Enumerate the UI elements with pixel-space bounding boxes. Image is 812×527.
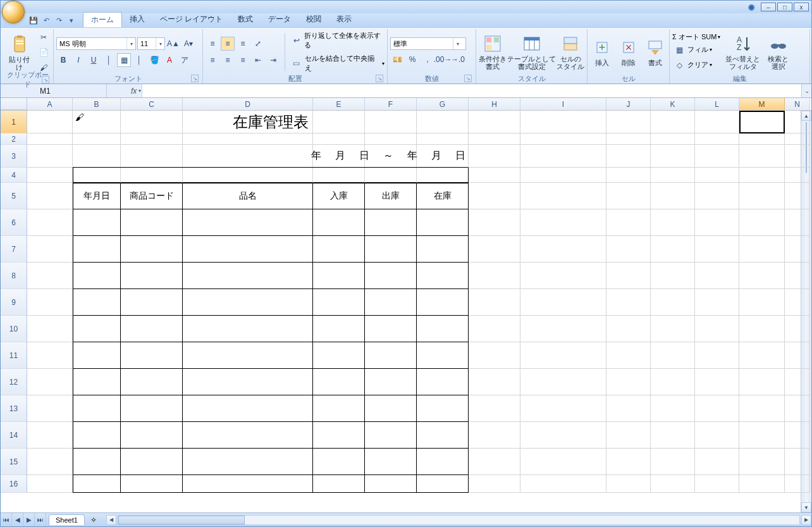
expand-formula-bar-button[interactable]: ⌄ [801, 84, 811, 97]
table-cell[interactable] [365, 209, 417, 236]
table-cell[interactable] [417, 289, 469, 316]
table-cell[interactable] [365, 263, 417, 289]
increase-indent-button[interactable]: ⇥ [266, 53, 280, 67]
cell[interactable] [520, 236, 606, 263]
spacer-cell[interactable] [183, 168, 313, 183]
cell[interactable] [785, 209, 810, 236]
spacer-cell[interactable] [73, 168, 121, 183]
row-header[interactable]: 6 [1, 209, 27, 236]
grow-font-button[interactable]: A▲ [166, 37, 180, 51]
cell[interactable] [27, 289, 73, 316]
align-middle-button[interactable]: ≡ [221, 37, 235, 51]
cell[interactable] [785, 133, 810, 145]
row-header[interactable]: 5 [1, 183, 27, 209]
table-header-cell[interactable]: 品名 [183, 183, 313, 209]
table-cell[interactable] [313, 289, 365, 316]
col-header[interactable]: E [313, 98, 365, 110]
cell[interactable] [606, 145, 651, 168]
new-sheet-button[interactable]: ✧ [87, 515, 100, 525]
col-header[interactable]: K [651, 98, 695, 110]
align-right-button[interactable]: ≡ [236, 53, 250, 67]
cell[interactable] [520, 475, 606, 493]
cell[interactable] [606, 449, 651, 475]
col-header[interactable]: F [365, 98, 417, 110]
align-top-button[interactable]: ≡ [206, 37, 219, 51]
scroll-down-button[interactable]: ▼ [801, 502, 811, 512]
cell[interactable] [695, 133, 739, 145]
cell[interactable] [785, 168, 810, 183]
cell[interactable] [606, 168, 651, 183]
table-cell[interactable] [365, 342, 417, 369]
table-cell[interactable] [183, 449, 313, 475]
table-cell[interactable] [121, 236, 183, 263]
font-color-button[interactable]: A [163, 53, 176, 67]
cell[interactable] [520, 145, 606, 168]
cell[interactable] [739, 133, 785, 145]
table-cell[interactable] [365, 316, 417, 342]
table-cell[interactable] [313, 422, 365, 449]
cell[interactable] [417, 133, 469, 145]
table-cell[interactable] [417, 395, 469, 422]
cell[interactable] [520, 263, 606, 289]
col-header[interactable]: I [520, 98, 606, 110]
comma-button[interactable]: , [421, 53, 434, 66]
table-cell[interactable] [417, 209, 469, 236]
bold-button[interactable]: B [56, 53, 70, 67]
cell[interactable] [785, 289, 810, 316]
table-cell[interactable] [313, 316, 365, 342]
cell[interactable] [469, 183, 520, 209]
cell[interactable] [695, 342, 739, 369]
col-header[interactable]: B [73, 98, 121, 110]
formula-input[interactable] [142, 84, 801, 97]
table-cell[interactable] [73, 209, 121, 236]
dialog-launcher-icon[interactable]: ↘ [191, 75, 199, 82]
dialog-launcher-icon[interactable]: ↘ [42, 76, 49, 84]
table-cell[interactable] [121, 449, 183, 475]
table-cell[interactable] [417, 422, 469, 449]
table-cell[interactable] [73, 316, 121, 342]
cell[interactable] [520, 289, 606, 316]
table-cell[interactable] [73, 422, 121, 449]
cell[interactable] [739, 183, 785, 209]
table-cell[interactable] [121, 263, 183, 289]
orientation-button[interactable]: ⤢ [251, 37, 265, 51]
cell[interactable] [520, 316, 606, 342]
col-header[interactable]: N [785, 98, 810, 110]
table-header-cell[interactable]: 出庫 [365, 183, 417, 209]
conditional-format-button[interactable]: 条件付き 書式 [479, 32, 507, 71]
cell[interactable] [739, 209, 785, 236]
cell[interactable] [785, 342, 810, 369]
cell[interactable] [695, 111, 739, 133]
cell[interactable] [520, 209, 606, 236]
cell[interactable] [739, 289, 785, 316]
scroll-left-button[interactable]: ◀ [106, 515, 116, 525]
qat-redo-icon[interactable]: ↷ [54, 15, 64, 25]
cell[interactable] [785, 395, 810, 422]
insert-cells-button[interactable]: + 挿入 [590, 36, 614, 68]
sheet-title[interactable]: 在庫管理表 [73, 111, 469, 133]
cell[interactable] [469, 145, 520, 168]
cell[interactable] [695, 449, 739, 475]
table-cell[interactable] [313, 236, 365, 263]
row-header[interactable]: 2 [1, 133, 27, 145]
cell[interactable] [469, 342, 520, 369]
table-cell[interactable] [365, 422, 417, 449]
sheet-nav-prev[interactable]: ◀ [12, 513, 23, 526]
cell[interactable] [27, 422, 73, 449]
col-header[interactable]: M [739, 98, 785, 110]
table-cell[interactable] [365, 449, 417, 475]
cell[interactable] [785, 236, 810, 263]
copy-button[interactable]: 📄 [37, 46, 51, 59]
window-close-button[interactable]: x [794, 3, 809, 11]
fill-color-button[interactable]: 🪣 [147, 53, 161, 67]
underline-button[interactable]: U [87, 53, 101, 67]
align-left-button[interactable]: ≡ [206, 53, 219, 67]
cell[interactable] [651, 289, 695, 316]
cell[interactable] [739, 168, 785, 183]
shrink-font-button[interactable]: A▾ [181, 37, 195, 51]
delete-cells-button[interactable]: × 削除 [617, 36, 641, 68]
cell[interactable] [27, 263, 73, 289]
cell[interactable] [183, 133, 313, 145]
cell[interactable] [606, 209, 651, 236]
cell[interactable] [606, 316, 651, 342]
